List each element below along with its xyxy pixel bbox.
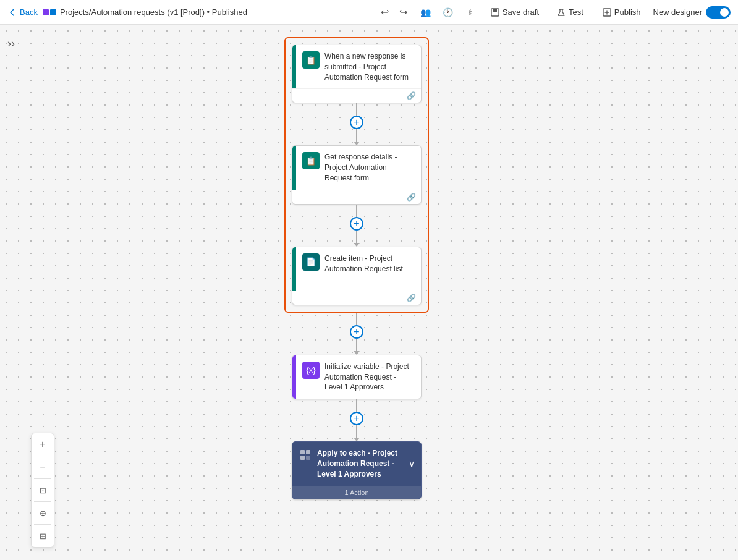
step3-footer: 🔗 xyxy=(292,291,421,305)
step4-title: Initialize variable - Project Automation… xyxy=(324,362,415,392)
connector-4: + xyxy=(350,399,363,441)
history-button[interactable]: 🕐 xyxy=(439,4,457,21)
map-button[interactable]: ⊞ xyxy=(34,527,51,545)
publish-label: Publish xyxy=(614,7,641,17)
flow-container: 📋 When a new response is submitted - Pro… xyxy=(284,37,429,499)
redo-button[interactable]: ↪ xyxy=(395,4,412,21)
back-label: Back xyxy=(20,7,38,17)
zoom-in-button[interactable]: + xyxy=(34,436,51,453)
zoom-out-button[interactable]: − xyxy=(34,459,51,476)
step5-footer: 1 Action xyxy=(292,486,421,499)
step3-icon: 📄 xyxy=(302,253,320,271)
back-icon xyxy=(7,7,17,17)
sidebar-toggle[interactable]: ›› xyxy=(0,25,22,560)
link-icon-trigger: 🔗 xyxy=(407,91,416,100)
new-designer-toggle-area: New designer xyxy=(653,6,731,19)
apply-card-header: Apply to each - Project Automation Reque… xyxy=(292,442,421,485)
svg-rect-6 xyxy=(300,456,305,460)
svg-rect-1 xyxy=(493,9,497,12)
header: Back Projects/Automation requests (v1 [P… xyxy=(0,0,738,25)
step2-title: Get response details - Project Automatio… xyxy=(324,152,415,183)
save-draft-button[interactable]: Save draft xyxy=(484,5,545,20)
trigger-icon: 📋 xyxy=(302,51,320,69)
apply-each-icon xyxy=(299,449,312,461)
step4-card[interactable]: {x} Initialize variable - Project Automa… xyxy=(292,355,422,399)
connector-1: + xyxy=(350,103,363,145)
step4-icon: {x} xyxy=(302,362,320,379)
publish-icon xyxy=(602,7,612,17)
add-step-1-button[interactable]: + xyxy=(350,116,363,129)
step5-icon-container xyxy=(299,448,312,462)
svg-rect-7 xyxy=(306,456,310,460)
save-draft-label: Save draft xyxy=(503,7,539,17)
add-step-4-button[interactable]: + xyxy=(350,412,363,425)
trigger-card[interactable]: 📋 When a new response is submitted - Pro… xyxy=(292,45,422,103)
apply-chevron-icon: ∨ xyxy=(409,459,415,469)
canvas: ›› 📋 When a new response is submitted - … xyxy=(0,25,738,560)
search-zoom-button[interactable]: ⊕ xyxy=(34,504,51,522)
undo-redo-group: ↩ ↪ xyxy=(376,4,412,21)
flow-title-area: Projects/Automation requests (v1 [Prod])… xyxy=(43,7,247,17)
link-icon-step2: 🔗 xyxy=(407,193,416,202)
svg-rect-4 xyxy=(300,450,305,454)
new-designer-label: New designer xyxy=(653,7,703,17)
svg-rect-5 xyxy=(306,450,310,454)
step3-title: Create item - Project Automation Request… xyxy=(324,253,415,274)
health-button[interactable]: ⚕ xyxy=(462,4,479,21)
step3-card[interactable]: 📄 Create item - Project Automation Reque… xyxy=(292,247,422,305)
trigger-footer: 🔗 xyxy=(292,88,421,103)
new-designer-switch[interactable] xyxy=(706,6,731,19)
step2-footer: 🔗 xyxy=(292,190,421,204)
collab-button[interactable]: 👥 xyxy=(417,4,435,21)
orange-selection-group: 📋 When a new response is submitted - Pro… xyxy=(284,37,429,313)
step5-title: Apply to each - Project Automation Reque… xyxy=(317,448,405,479)
test-button[interactable]: Test xyxy=(550,5,590,20)
save-icon xyxy=(490,7,500,17)
zoom-controls: + − ⊡ ⊕ ⊞ xyxy=(31,433,54,548)
publish-button[interactable]: Publish xyxy=(595,5,648,20)
connector-3: + xyxy=(350,313,363,355)
collapse-icon[interactable]: ›› xyxy=(7,37,15,50)
step5-card[interactable]: Apply to each - Project Automation Reque… xyxy=(292,441,422,499)
add-step-3-button[interactable]: + xyxy=(350,325,363,339)
fit-button[interactable]: ⊡ xyxy=(34,482,51,499)
test-label: Test xyxy=(569,7,583,17)
flow-title-text: Projects/Automation requests (v1 [Prod])… xyxy=(60,7,247,17)
step5-sub-label: 1 Action xyxy=(344,489,368,496)
add-step-2-button[interactable]: + xyxy=(350,217,363,231)
connector-2: + xyxy=(350,205,363,247)
link-icon-step3: 🔗 xyxy=(407,294,416,302)
trigger-title: When a new response is submitted - Proje… xyxy=(324,51,415,82)
undo-button[interactable]: ↩ xyxy=(376,4,394,21)
test-icon xyxy=(556,7,566,17)
flow-icon xyxy=(43,9,56,15)
step2-icon: 📋 xyxy=(302,152,320,169)
step2-card[interactable]: 📋 Get response details - Project Automat… xyxy=(292,145,422,204)
back-button[interactable]: Back xyxy=(7,7,38,17)
